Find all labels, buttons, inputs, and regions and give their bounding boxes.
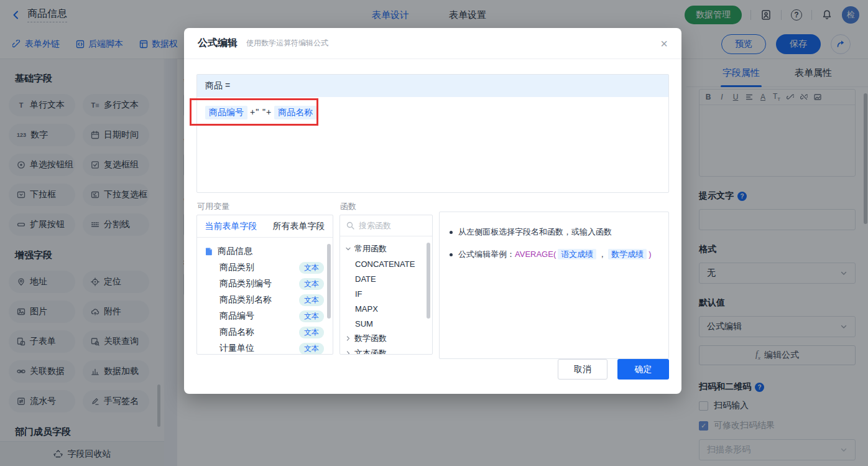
- type-badge: 文本: [299, 278, 324, 290]
- chevron-down-icon: [345, 246, 351, 252]
- chevron-right-icon: [345, 350, 351, 355]
- formula-input-area[interactable]: 商品编号+" "+商品名称: [197, 97, 668, 128]
- app-root: 商品信息 表单设计 表单设置 数据管理 ? 检 表单外链: [0, 0, 868, 466]
- functions-label: 函数: [340, 201, 356, 212]
- formula-target-field: 商品 =: [197, 75, 668, 97]
- function-group-math[interactable]: 数学函数: [340, 331, 432, 346]
- help-text: 从左侧面板选择字段名和函数，或输入函数: [458, 226, 612, 238]
- variables-scrollbar[interactable]: [327, 244, 331, 319]
- type-badge: 文本: [299, 262, 324, 274]
- tab-all-form-fields[interactable]: 所有表单字段: [265, 221, 333, 232]
- variable-tree-root[interactable]: 商品信息: [197, 243, 333, 259]
- function-search[interactable]: [340, 215, 432, 236]
- example-field-chip: 数学成绩: [608, 249, 647, 259]
- example-field-chip: 语文成绩: [558, 249, 596, 259]
- function-group-common[interactable]: 常用函数: [340, 241, 432, 256]
- variable-item[interactable]: 计量单位文本: [197, 340, 333, 355]
- variable-item[interactable]: 商品类别文本: [197, 259, 333, 276]
- formula-edit-modal: 公式编辑 使用数学运算符编辑公式 × 商品 = 商品编号+" "+商品名称 可用…: [184, 28, 681, 394]
- type-badge: 文本: [299, 310, 324, 322]
- bullet-icon: [450, 231, 453, 234]
- function-item[interactable]: SUM: [340, 316, 432, 331]
- formula-editor: 商品 = 商品编号+" "+商品名称: [196, 74, 669, 193]
- type-badge: 文本: [299, 343, 324, 355]
- formula-operator: +" "+: [250, 107, 272, 117]
- functions-scrollbar[interactable]: [427, 243, 430, 319]
- function-item[interactable]: MAPX: [340, 301, 432, 316]
- variable-item[interactable]: 商品名称文本: [197, 324, 333, 340]
- file-icon: [205, 247, 213, 256]
- cancel-button[interactable]: 取消: [558, 359, 607, 380]
- variables-label: 可用变量: [197, 201, 229, 212]
- help-example: 公式编辑举例：AVERAGE(语文成绩，数学成绩): [458, 248, 652, 261]
- chevron-right-icon: [345, 335, 351, 342]
- functions-panel: 常用函数 CONCATENATE DATE IF MAPX SUM 数学函数 文…: [339, 215, 433, 355]
- function-item[interactable]: CONCATENATE: [340, 256, 432, 271]
- function-item[interactable]: IF: [340, 286, 432, 301]
- variable-item[interactable]: 商品类别编号文本: [197, 276, 333, 292]
- bullet-icon: [450, 253, 453, 256]
- variables-panel: 当前表单字段 所有表单字段 商品信息 商品类别文本 商品类别编号文本 商品类别名…: [196, 215, 333, 355]
- function-search-input[interactable]: [359, 221, 421, 230]
- tab-current-form-fields[interactable]: 当前表单字段: [197, 221, 265, 232]
- type-badge: 文本: [299, 294, 324, 306]
- modal-title: 公式编辑: [198, 37, 238, 50]
- close-icon[interactable]: ×: [660, 37, 668, 50]
- search-icon: [346, 221, 354, 230]
- function-name-text: AVERAGE(: [515, 249, 556, 259]
- formula-field-chip[interactable]: 商品名称: [274, 106, 316, 119]
- formula-field-chip[interactable]: 商品编号: [205, 106, 247, 119]
- formula-help-panel: 从左侧面板选择字段名和函数，或输入函数 公式编辑举例：AVERAGE(语文成绩，…: [439, 212, 669, 359]
- variable-item[interactable]: 商品类别名称文本: [197, 292, 333, 308]
- function-group-text[interactable]: 文本函数: [340, 346, 432, 355]
- confirm-button[interactable]: 确定: [617, 359, 669, 380]
- variable-item[interactable]: 商品编号文本: [197, 308, 333, 324]
- function-item[interactable]: DATE: [340, 271, 432, 286]
- type-badge: 文本: [299, 327, 324, 338]
- modal-subtitle: 使用数学运算符编辑公式: [246, 38, 328, 49]
